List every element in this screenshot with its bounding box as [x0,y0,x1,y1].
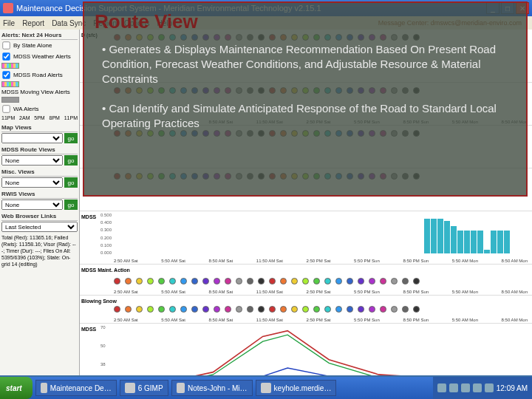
time-tick: 2AM [19,115,30,120]
time-tick: 11PM [64,115,78,120]
tray-icon[interactable] [473,383,482,392]
y-axis: 70503830 [100,325,106,375]
go-button[interactable]: go [64,177,78,188]
alert-check-0[interactable] [2,41,10,49]
overlay-title: Route View [95,10,516,33]
go-button[interactable]: go [64,155,78,166]
rwis-views-select[interactable]: None [1,200,63,210]
app-icon [3,3,13,13]
sidebar-stats: Total (Red): 11365.16; Failed (Rwis): 11… [1,234,78,267]
tray-icon[interactable] [485,383,494,392]
map-views-header: Map Views [1,123,78,132]
chart-label: MDSS [81,214,96,219]
alert-check-2[interactable] [2,71,10,78]
overlay-bullet-2: • Can Identify and Simulate Anticipated … [102,101,516,131]
task-icon [125,383,135,393]
task-item[interactable]: Maintenance De… [35,380,117,396]
time-tick: 5PM [34,115,44,120]
task-label: 6 GIMP [138,384,163,392]
taskbar: start Maintenance De… 6 GIMP Notes-John … [0,377,532,399]
legend-icon [1,63,19,69]
menu-report[interactable]: Report [22,19,44,27]
alert-check-3[interactable] [2,105,10,112]
x-axis: 2:50 AM Sat5:50 AM Sat8:50 AM Sat11:50 A… [114,290,528,294]
system-tray: 12:09 AM [433,377,532,399]
start-label: start [6,384,22,392]
x-axis: 2:50 AM Sat5:50 AM Sat8:50 AM Sat11:50 A… [114,318,528,322]
time-tick: 8PM [50,115,60,120]
alert-label: MDSS Moving View Alerts [1,89,70,95]
alert-check-1[interactable] [2,52,10,60]
task-icon [177,383,185,393]
misc-views-select[interactable]: None [1,177,63,188]
task-item[interactable]: 6 GIMP [120,380,168,396]
task-label: Notes-John - Mi… [188,384,248,392]
alert-label: MDSS Weather Alerts [13,53,71,60]
web-links-header: Web Browser Links [1,212,78,221]
route-views-header: MDSS Route Views [1,146,78,154]
route-views-select[interactable]: None [1,155,63,166]
bar-chart [424,215,510,253]
alert-label: WA Alerts [13,106,38,112]
alert-label: MDSS Road Alerts [13,72,63,78]
go-button[interactable]: go [64,200,78,210]
x-axis: 2:50 AM Sat5:50 AM Sat8:50 AM Sat11:50 A… [114,259,528,263]
chart-mdss-bars: MDSS 0.5000.4000.3000.2000.1000.000 2:50… [80,211,532,265]
time-tick: 11PM [1,115,15,120]
rwis-views-header: RWIS Views [1,190,78,199]
chart-label: MDSS Maint. Action [81,267,130,273]
tray-icon[interactable] [461,383,470,392]
line-chart [114,327,528,375]
task-item[interactable]: Notes-John - Mi… [171,380,253,396]
task-icon [261,383,271,393]
task-item[interactable]: keyhole.merdie… [256,380,337,396]
chart-blowing-snow: Blowing Snow 2:50 AM Sat5:50 AM Sat8:50 … [80,296,532,324]
start-button[interactable]: start [0,377,33,399]
overlay-bullet-1: • Generates & Displays Maintenance Recom… [102,42,516,86]
chart-maint-action: MDSS Maint. Action 2:50 AM Sat5:50 AM Sa… [80,265,532,296]
tray-icon[interactable] [437,383,446,392]
chart-road-temp: MDSS 70503830 2:50 AM Sat5:50 AM Sat8:50… [80,324,532,375]
task-icon [41,383,47,393]
chart-label: MDSS [81,327,96,332]
task-label: keyhole.merdie… [274,384,332,392]
legend-icon [1,97,19,103]
web-links-select[interactable]: Last Selected [1,222,78,232]
menu-data-sync[interactable]: Data Sync [52,19,86,27]
task-label: Maintenance De… [50,384,112,392]
y-axis: 0.5000.4000.3000.2000.1000.000 [100,213,112,255]
menu-file[interactable]: File [3,19,15,27]
alert-label: By State Alone [13,42,52,49]
presentation-overlay: Route View • Generates & Displays Mainte… [83,1,528,197]
misc-views-header: Misc. Views [1,168,78,177]
icon-row [114,278,528,287]
sidebar: Alerts: Next 24 Hours By State Alone MDS… [0,30,80,375]
icon-row [114,306,528,315]
tray-clock: 12:09 AM [497,384,528,392]
tray-icon[interactable] [449,383,458,392]
chart-label: Blowing Snow [81,299,117,304]
go-button[interactable]: go [64,133,78,143]
alerts-header: Alerts: Next 24 Hours [1,31,78,40]
legend-icon [1,81,19,87]
map-views-select[interactable] [1,133,63,143]
